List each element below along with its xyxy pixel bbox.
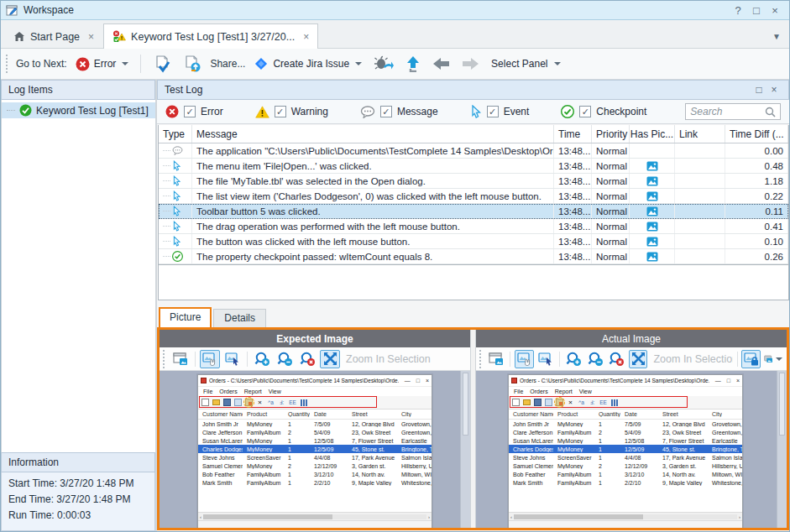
picture-badge-icon[interactable]: [646, 161, 658, 171]
table-row[interactable]: The property checkpoint passed: wItemCou…: [159, 249, 788, 264]
filter-toggle[interactable]: ✓ Checkpoint: [561, 105, 646, 118]
zoom-reset-button[interactable]: [297, 350, 317, 368]
filter-toggle[interactable]: ✓ Event: [470, 105, 530, 118]
tab-keyword-test-log[interactable]: Keyword Test Log [Test1] 3/27/20... ×: [103, 23, 318, 49]
lock-panels-button[interactable]: [741, 350, 761, 368]
table-row[interactable]: The button was clicked with the left mou…: [159, 234, 788, 249]
picture-badge-icon[interactable]: [646, 191, 658, 201]
picture-badge-icon[interactable]: [646, 237, 658, 247]
table-row[interactable]: The application "C:\Users\Public\Documen…: [159, 143, 788, 159]
zoom-out-icon: [588, 352, 604, 367]
actual-image-pane: Actual Image: [476, 330, 787, 528]
expected-orders-screenshot: Orders - C:\Users\Public\Documents\TestC…: [197, 374, 432, 528]
go-up-button[interactable]: [402, 53, 424, 75]
tab-start-page[interactable]: Start Page ×: [4, 24, 103, 48]
search-input[interactable]: Search: [685, 103, 781, 120]
picture-badge-icon[interactable]: [646, 222, 658, 232]
table-row[interactable]: The list view item ('Charles Dodgeson', …: [159, 189, 788, 204]
zoom-out-button[interactable]: [586, 350, 605, 368]
column-header[interactable]: Message: [192, 125, 554, 143]
toolbar-grip[interactable]: [479, 350, 483, 368]
log-time-diff: 0.00: [725, 143, 788, 158]
select-mode-button[interactable]: [536, 350, 556, 368]
expected-image-canvas[interactable]: Orders - C:\Users\Public\Documents\TestC…: [160, 371, 470, 528]
toolbar-grip[interactable]: [6, 55, 9, 73]
zoom-out-button[interactable]: [275, 350, 295, 368]
log-link: [675, 143, 725, 158]
go-to-next-error-button[interactable]: Error: [72, 55, 133, 74]
picture-badge-icon[interactable]: [646, 176, 658, 186]
pan-mode-button[interactable]: [515, 350, 534, 368]
picture-badge-icon[interactable]: [646, 252, 658, 262]
window-image-icon: [173, 352, 188, 366]
export-log-button[interactable]: [180, 52, 205, 76]
create-jira-issue-button[interactable]: Create Jira Issue: [250, 54, 365, 74]
table-row[interactable]: Toolbar button 5 was clicked. 13:48... N…: [159, 204, 788, 219]
jira-icon: [254, 56, 269, 71]
orders-menubar: FileOrdersReportView: [198, 387, 432, 396]
show-in-window-button[interactable]: [487, 350, 506, 368]
filter-toggle[interactable]: ✓ Error: [165, 105, 223, 118]
column-header[interactable]: Type: [159, 125, 192, 143]
column-header[interactable]: Priority: [592, 125, 630, 143]
tab-close-icon[interactable]: ×: [303, 31, 309, 43]
zoom-in-button[interactable]: [252, 350, 272, 368]
tab-details[interactable]: Details: [213, 309, 266, 327]
share-button[interactable]: Share...: [210, 58, 245, 70]
toolbar-grip[interactable]: [163, 350, 166, 368]
tab-close-icon[interactable]: ×: [88, 31, 94, 43]
pan-mode-button[interactable]: [200, 350, 220, 368]
log-items-tree-item[interactable]: Keyword Test Log [Test1]: [2, 102, 155, 118]
tab-picture[interactable]: Picture: [159, 307, 212, 327]
log-priority: Normal: [592, 174, 630, 188]
show-in-window-button[interactable]: [170, 350, 191, 368]
open-log-button[interactable]: [149, 52, 175, 76]
help-button[interactable]: ?: [729, 3, 747, 18]
chevron-down-icon: [554, 62, 561, 65]
filter-checkbox[interactable]: ✓: [275, 106, 286, 117]
fit-to-window-button[interactable]: [629, 350, 648, 368]
filter-checkbox[interactable]: ✓: [184, 106, 196, 117]
table-row[interactable]: The drag operation was performed with th…: [159, 219, 788, 234]
table-row[interactable]: The menu item 'File|Open...' was clicked…: [159, 159, 788, 174]
filter-toggle[interactable]: ✓ Warning: [255, 106, 328, 118]
orders-grid-row: Charles DodgesonMyMoney112/5/0945, Stone…: [198, 445, 432, 453]
close-button[interactable]: ×: [766, 3, 784, 18]
jump-to-bug-button[interactable]: [370, 53, 397, 75]
orders-grid-row: Steve JohnsScreenSaver14/4/0817, Park Av…: [509, 453, 742, 462]
maximize-button[interactable]: □: [747, 3, 766, 18]
tab-list-chevron-icon[interactable]: ▼: [772, 32, 781, 41]
select-mode-button[interactable]: [222, 350, 243, 368]
filter-checkbox[interactable]: ✓: [380, 106, 392, 117]
filter-checkbox[interactable]: ✓: [487, 106, 499, 117]
image-cursor-icon: [538, 352, 553, 366]
window-image-icon: [489, 352, 504, 366]
panel-close-button[interactable]: ×: [766, 84, 782, 96]
panel-maximize-button[interactable]: □: [751, 84, 766, 96]
go-to-next-label: Go to Next:: [16, 58, 67, 70]
view-options-button[interactable]: [763, 350, 783, 368]
vertical-scrollbar[interactable]: [777, 371, 787, 528]
column-header[interactable]: Time Diff (...: [725, 125, 788, 143]
zoom-in-button[interactable]: [564, 350, 583, 368]
zoom-reset-button[interactable]: [607, 350, 626, 368]
go-back-button[interactable]: [429, 54, 453, 74]
pane-splitter[interactable]: [470, 330, 476, 528]
column-header[interactable]: Has Pic...: [630, 125, 675, 143]
vertical-scrollbar[interactable]: [460, 371, 470, 528]
table-row[interactable]: The file 'MyTable.tbl' was selected in t…: [159, 174, 788, 189]
log-link: [675, 249, 725, 263]
open-icon: [212, 399, 220, 405]
select-panel-button[interactable]: Select Panel: [488, 55, 563, 72]
column-header[interactable]: Time: [554, 125, 592, 143]
minimize-icon: —: [405, 378, 411, 383]
filter-checkbox[interactable]: ✓: [579, 106, 591, 117]
event-icon: [172, 175, 181, 186]
picture-badge-icon[interactable]: [646, 206, 658, 216]
filter-toggle[interactable]: ✓ Message: [360, 106, 438, 118]
column-header[interactable]: Link: [675, 125, 725, 143]
highlighted-toolbar-icon: [556, 399, 563, 406]
go-forward-button[interactable]: [458, 54, 483, 74]
actual-image-canvas[interactable]: Orders - C:\Users\Public\Documents\TestC…: [476, 371, 787, 528]
fit-to-window-button[interactable]: [320, 350, 340, 368]
